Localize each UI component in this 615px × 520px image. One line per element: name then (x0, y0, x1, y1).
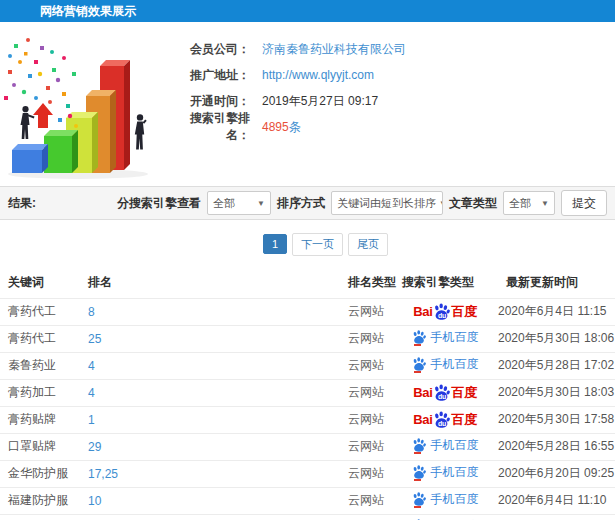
keyword-table: 关键词 排名 排名类型 搜索引擎类型 最新更新时间 膏药代工 8 云网站 Bai… (0, 268, 615, 520)
table-row: 金华防护服 17,25 云网站 手机百度 2020年6月20日 09:25 (0, 460, 615, 487)
update-time-cell: 2020年5月30日 18:06 (490, 325, 615, 352)
page: 网络营销效果展示 (0, 0, 615, 520)
col-header-update-time: 最新更新时间 (490, 268, 615, 298)
last-page-button[interactable]: 尾页 (348, 233, 388, 256)
article-type-label: 文章类型 (449, 195, 497, 212)
update-time-cell: 2020年5月30日 17:58 (490, 406, 615, 433)
rank-link[interactable]: 8 (82, 298, 340, 325)
rank-link[interactable]: 1 (82, 406, 340, 433)
keyword-cell: 膏药代工 (0, 298, 82, 325)
baidu-mobile-label: 手机百度 (431, 358, 479, 370)
keyword-cell: 膏药贴牌 (0, 406, 82, 433)
page-title: 网络营销效果展示 (40, 4, 136, 18)
update-time-cell: 2020年6月4日 11:10 (490, 487, 615, 514)
rank-unit: 条 (289, 120, 301, 134)
submit-button[interactable]: 提交 (561, 190, 607, 216)
table-row: 口罩贴牌 29 云网站 手机百度 2020年5月28日 16:55 (0, 433, 615, 460)
member-company-label: 会员公司： (172, 41, 250, 58)
table-header-row: 关键词 排名 排名类型 搜索引擎类型 最新更新时间 (0, 268, 615, 298)
pagination: 1 下一页 尾页 (18, 220, 615, 268)
rank-link[interactable]: 4 (82, 379, 340, 406)
baidu-mobile-icon: 手机百度 (412, 357, 479, 371)
rank-link[interactable]: 4 (82, 352, 340, 379)
col-header-engine-type: 搜索引擎类型 (400, 268, 490, 298)
rank-type-cell: 云网站 (340, 352, 400, 379)
update-time-cell: 2020年5月30日 18:03 (490, 379, 615, 406)
baidu-paw-icon (412, 465, 426, 479)
rank-link[interactable]: 10 (82, 487, 340, 514)
rank-link[interactable]: 17,25 (82, 460, 340, 487)
rank-count: 4895 (262, 120, 289, 134)
baidu-paw-icon (412, 330, 426, 344)
baidu-mobile-icon: 手机百度 (412, 330, 479, 344)
keyword-cell: 秦鲁药业 (0, 352, 82, 379)
sort-filter-value: 关键词由短到长排序 (337, 196, 436, 211)
update-time-cell: 2020年6月4日 11:15 (490, 298, 615, 325)
engine-filter-select[interactable]: 全部 ▼ (207, 191, 271, 215)
baidu-logo-icon: Baidu百度 (413, 411, 477, 428)
promo-url-row: 推广地址： http://www.qlyyjt.com (172, 62, 406, 88)
article-type-select[interactable]: 全部 ▼ (503, 191, 555, 215)
chevron-down-icon: ▼ (257, 199, 265, 208)
baidu-mobile-icon: 手机百度 (412, 492, 479, 506)
article-type-value: 全部 (509, 196, 531, 211)
update-time-cell (490, 514, 615, 520)
sort-filter-label: 排序方式 (277, 195, 325, 212)
rank-type-cell: 云网站 (340, 433, 400, 460)
table-row: 膏药贴牌 1 云网站 Baidu百度 2020年5月30日 17:58 (0, 406, 615, 433)
chevron-down-icon: ▼ (541, 199, 549, 208)
col-header-rank-type: 排名类型 (340, 268, 400, 298)
rank-link[interactable]: 29 (82, 433, 340, 460)
promo-url-link[interactable]: http://www.qlyyjt.com (262, 68, 374, 82)
keyword-cell: 口罩贴牌 (0, 433, 82, 460)
update-time-cell: 2020年5月28日 16:55 (490, 433, 615, 460)
keyword-cell: 膏药加工 (0, 379, 82, 406)
baidu-logo-icon: Baidu百度 (413, 303, 477, 320)
member-company-link[interactable]: 济南秦鲁药业科技有限公司 (262, 41, 406, 58)
baidu-mobile-label: 手机百度 (431, 439, 479, 451)
update-time-cell: 2020年6月20日 09:25 (490, 460, 615, 487)
bar-green (44, 130, 78, 173)
engine-type-cell: 手机百度 (400, 352, 490, 379)
rank-type-cell: 云网站 (340, 487, 400, 514)
next-page-button[interactable]: 下一页 (292, 233, 343, 256)
engine-rank-label: 搜索引擎排名： (172, 110, 250, 144)
table-row: 手机百度 (0, 514, 615, 520)
keyword-cell: 金华防护服 (0, 460, 82, 487)
table-row: 秦鲁药业 4 云网站 手机百度 2020年5月28日 17:02 (0, 352, 615, 379)
engine-type-cell: Baidu百度 (400, 379, 490, 406)
engine-type-cell: 手机百度 (400, 325, 490, 352)
page-1-button[interactable]: 1 (263, 234, 287, 254)
engine-type-cell: 手机百度 (400, 514, 490, 520)
rank-link[interactable]: 25 (82, 325, 340, 352)
table-row: 福建防护服 10 云网站 手机百度 2020年6月4日 11:10 (0, 487, 615, 514)
baidu-mobile-icon: 手机百度 (412, 438, 479, 452)
businessman-left (21, 106, 35, 139)
open-time-value: 2019年5月27日 09:17 (262, 93, 378, 110)
engine-rank-value: 4895条 (262, 119, 301, 136)
keyword-cell (0, 514, 82, 520)
engine-type-cell: 手机百度 (400, 487, 490, 514)
promo-url-label: 推广地址： (172, 67, 250, 84)
update-time-cell: 2020年5月28日 17:02 (490, 352, 615, 379)
rank-link[interactable] (82, 514, 340, 520)
filter-bar: 结果: 分搜索引擎查看 全部 ▼ 排序方式 关键词由短到长排序 ▼ 文章类型 全… (0, 186, 615, 220)
member-info-panel: 会员公司： 济南秦鲁药业科技有限公司 推广地址： http://www.qlyy… (172, 22, 406, 186)
keyword-cell: 膏药代工 (0, 325, 82, 352)
businessman-right (135, 114, 147, 149)
col-header-keyword: 关键词 (0, 268, 82, 298)
bar-blue (12, 144, 48, 173)
baidu-mobile-label: 手机百度 (431, 493, 479, 505)
baidu-mobile-icon: 手机百度 (412, 465, 479, 479)
chevron-down-icon: ▼ (439, 199, 443, 208)
table-row: 膏药代工 25 云网站 手机百度 2020年5月30日 18:06 (0, 325, 615, 352)
engine-type-cell: 手机百度 (400, 433, 490, 460)
engine-type-cell: 手机百度 (400, 460, 490, 487)
rank-type-cell: 云网站 (340, 379, 400, 406)
sort-filter-select[interactable]: 关键词由短到长排序 ▼ (331, 191, 443, 215)
rank-type-cell: 云网站 (340, 298, 400, 325)
rank-type-cell: 云网站 (340, 325, 400, 352)
engine-type-cell: Baidu百度 (400, 298, 490, 325)
up-arrow-icon (33, 103, 53, 128)
rank-type-cell: 云网站 (340, 460, 400, 487)
